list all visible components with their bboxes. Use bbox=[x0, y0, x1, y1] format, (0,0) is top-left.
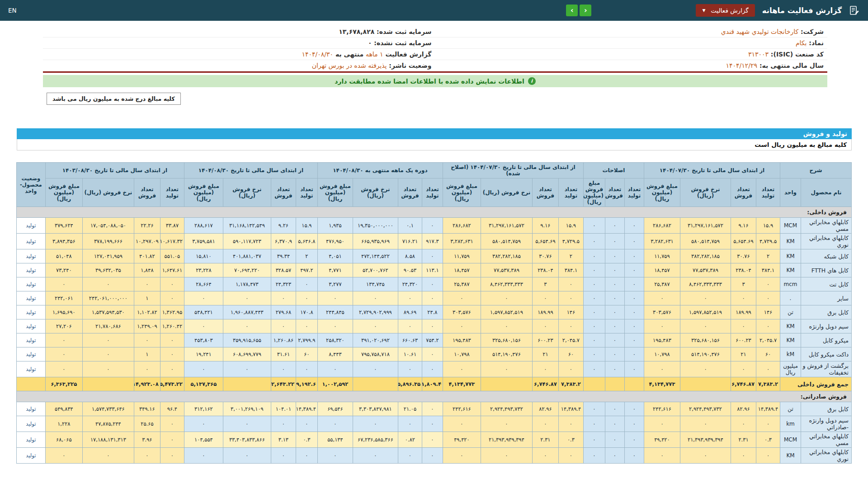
value-cell: ۳,۳۰۳,۸۴۷,۹۸۱ bbox=[353, 402, 398, 416]
value-cell: ۰ bbox=[271, 448, 296, 464]
value-cell: ۷۷,۵۳۷,۳۸۹ bbox=[680, 263, 731, 277]
value-cell: ۲۴۲,۶۱۶ bbox=[644, 402, 680, 416]
value-cell: ۲۴۲,۰۶۱ bbox=[45, 291, 82, 305]
value-cell: ۱۸,۴۵۷ bbox=[443, 263, 481, 277]
table-row: کابلهاي مخابراتي نوريKM۴,۷۲۹.۵۵,۶۵۴.۶۹۵۸… bbox=[16, 234, 851, 249]
value-cell: ۰ bbox=[605, 448, 624, 464]
value-cell: ۰ bbox=[184, 361, 223, 377]
value-cell: ۰ bbox=[532, 291, 558, 305]
language-toggle-en[interactable]: EN bbox=[8, 7, 17, 14]
table-row: کابلهاي مخابراتي نوريKM۰۰۰۰۰۰۰۰۰۰۰۰۰۰۰۰۰… bbox=[16, 448, 851, 464]
value-cell: ۰ bbox=[160, 361, 184, 377]
value-cell: ۰ bbox=[680, 291, 731, 305]
value-cell: ۱۵.۹ bbox=[756, 218, 780, 234]
value-cell: ۳۱,۲۹۷,۱۶۱,۵۷۲ bbox=[680, 218, 731, 234]
previous-report-button[interactable]: ‹ bbox=[580, 5, 591, 16]
value-cell: ۰ bbox=[422, 361, 443, 377]
sub-column-header: نرخ فروش (ریال) bbox=[82, 178, 134, 207]
value-cell: ۸۲.۹۶ bbox=[532, 402, 558, 416]
value-cell: ۰ bbox=[134, 333, 160, 347]
report-type-dropdown[interactable]: گزارش فعالیت ▼ bbox=[696, 4, 755, 17]
value-cell: ۲,۷۲۹,۹۰۲,۹۹۹ bbox=[353, 305, 398, 319]
value-cell: ۰ bbox=[624, 263, 644, 277]
period-group-header: از ابتدای سال مالی تا تاریخ ۱۴۰۴/۰۸/۳۰ bbox=[184, 163, 317, 178]
value-cell: ۳۴۹.۱۶ bbox=[134, 402, 160, 416]
value-cell: ۰ bbox=[680, 319, 731, 333]
value-cell: ۰ bbox=[443, 361, 481, 377]
value-cell: ۳۷۹,۶۲۴ bbox=[45, 218, 82, 234]
value-cell: ۰ bbox=[45, 448, 82, 464]
value-cell: ۰ bbox=[296, 448, 317, 464]
product-name-cell: برگشت از فروش و تخفیفات bbox=[801, 361, 852, 377]
value-cell: ۰ bbox=[296, 361, 317, 377]
product-name-cell: داکت میکرو کابل bbox=[801, 347, 852, 361]
value-cell: ۲۱,۳۹۳,۹۳۹,۳۹۴ bbox=[481, 432, 532, 448]
value-cell: ۰ bbox=[353, 361, 398, 377]
value-cell: ۰ bbox=[160, 277, 184, 291]
value-cell: ۳,۷۵۹,۵۸۱ bbox=[184, 234, 223, 249]
value-cell: ۴۵۳,۸۰۳ bbox=[184, 333, 223, 347]
product-status-cell: تولید bbox=[16, 347, 45, 361]
value-cell: ۱,۰۰۲,۵۹۲ bbox=[317, 377, 353, 391]
value-cell: ۲۸۶,۶۸۲ bbox=[644, 218, 680, 234]
value-cell: ۲۴.۸ bbox=[422, 305, 443, 319]
period-group-header: از ابتدای سال مالی تا تاریخ ۱۴۰۴/۰۷/۳۰ (… bbox=[443, 163, 583, 178]
product-status-header: وضعیت محصول- واحد bbox=[16, 163, 45, 207]
value-cell: ۶۶۰.۶۳ bbox=[398, 333, 422, 347]
value-cell: ۰ bbox=[756, 448, 780, 464]
value-cell: ۰ bbox=[558, 361, 583, 377]
value-cell: ۰ bbox=[317, 416, 353, 432]
company-info-row: نماد: بکام bbox=[435, 38, 828, 49]
value-cell: ۶۰۰.۲۳ bbox=[731, 333, 756, 347]
value-cell: ۵۲,۷۰۰,۷۶۲ bbox=[353, 263, 398, 277]
value-cell: ۱,۹۶۰,۸۸۷,۴۴۳ bbox=[223, 305, 271, 319]
value-cell: ۲۲.۲۶ bbox=[134, 218, 160, 234]
value-cell: ۱,۹۳۵ bbox=[317, 218, 353, 234]
sub-column-header: تعداد تولید bbox=[558, 178, 583, 207]
value-cell: ۱۴۶ bbox=[756, 305, 780, 319]
value-cell: ۱۷۰.۸ bbox=[296, 305, 317, 319]
value-cell: ۱۳۴,۷۴۵ bbox=[353, 277, 398, 291]
value-cell: ۰ bbox=[422, 291, 443, 305]
value-cell: ۸۹.۶۹ bbox=[398, 305, 422, 319]
value-cell: ۰ bbox=[605, 361, 624, 377]
value-cell: ۱۰,۷۹۸ bbox=[443, 347, 481, 361]
value-cell: ۰ bbox=[731, 291, 756, 305]
value-cell: ۰ bbox=[624, 305, 644, 319]
value-cell: ۶۰۰.۲۳ bbox=[532, 333, 558, 347]
sub-column-header: تعداد تولید bbox=[422, 178, 443, 207]
sub-column-header: واحد bbox=[780, 178, 801, 207]
value-cell: ۳,۰۰۱,۲۶۹,۱۰۹ bbox=[223, 402, 271, 416]
next-report-button[interactable]: › bbox=[566, 5, 578, 16]
value-cell: ۶۸,۰۶۵ bbox=[45, 432, 82, 448]
table-unit-note: کلیه مبالغ به میلیون ریال است bbox=[17, 139, 852, 150]
value-cell: ۴,۱۳۴,۷۷۳ bbox=[644, 377, 680, 391]
product-status-cell: تولید bbox=[16, 291, 45, 305]
value-cell: ۰ bbox=[134, 361, 160, 377]
product-name-cell: کابل تت bbox=[801, 277, 852, 291]
unit-cell: KM bbox=[780, 263, 801, 277]
amounts-unit-note: کلیه مبالغ درج شده به میلیون ریال می باش… bbox=[47, 93, 181, 105]
value-cell: ۱۵,۸۱۰ bbox=[184, 249, 223, 263]
value-cell: ۲۴۲,۶۱۶ bbox=[443, 402, 481, 416]
value-cell: ۰ bbox=[680, 361, 731, 377]
sub-column-header: تعداد تولید bbox=[160, 178, 184, 207]
value-cell: ۰ bbox=[605, 263, 624, 277]
value-cell: ۰ bbox=[422, 277, 443, 291]
value-cell: ۱۹,۳۵۰,۰۰۰,۰۰۰ bbox=[353, 218, 398, 234]
value-cell: ۳۱,۲۹۷,۱۶۱,۵۷۲ bbox=[481, 218, 532, 234]
report-navigation: ‹ › bbox=[566, 5, 591, 16]
value-cell: ۰.۱ bbox=[398, 218, 422, 234]
value-cell: ۲۱,۷۸۰,۶۸۶ bbox=[82, 319, 134, 333]
value-cell: ۲۷,۲۰۶ bbox=[45, 319, 82, 333]
value-cell: ۰ bbox=[532, 416, 558, 432]
sub-column-header: تعداد فروش bbox=[605, 178, 624, 207]
sub-column-header: تعداد فروش bbox=[271, 178, 296, 207]
sub-column-header: مبلغ فروش (میلیون ریال) bbox=[45, 178, 82, 207]
value-cell: ۱ bbox=[134, 347, 160, 361]
product-status-cell: تولید bbox=[16, 305, 45, 319]
unit-cell: KM bbox=[780, 234, 801, 249]
unit-cell: KM bbox=[780, 249, 801, 263]
value-cell bbox=[680, 377, 731, 391]
report-page: گزارش فعالیت ماهانه گزارش فعالیت ▼ ‹ › E… bbox=[0, 0, 868, 488]
